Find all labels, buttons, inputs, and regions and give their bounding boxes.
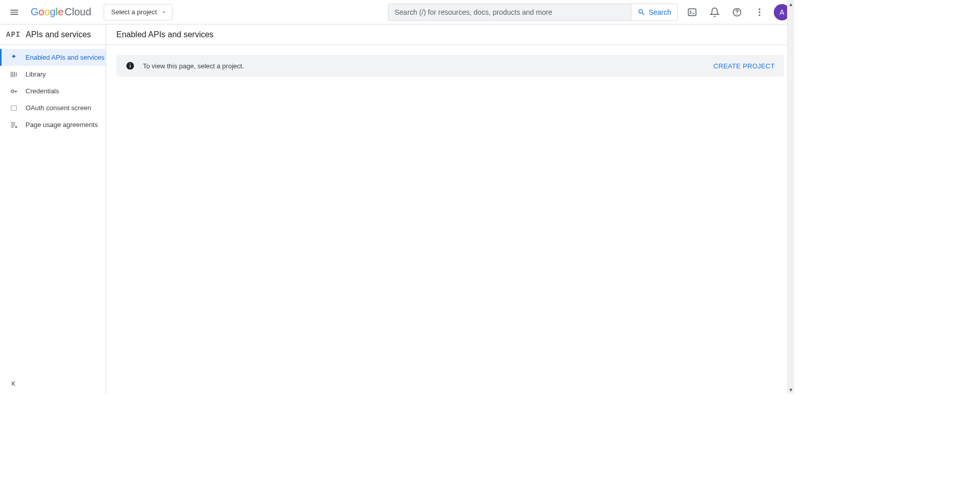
scrollbar[interactable]: ▲ ▼ (787, 0, 794, 394)
google-cloud-logo[interactable]: Google Cloud (29, 6, 93, 18)
avatar-letter: A (779, 8, 784, 16)
sidebar-nav: Enabled APIs and services Library Creden… (0, 45, 106, 133)
svg-point-3 (758, 11, 760, 13)
sidebar-item-label: Credentials (26, 87, 59, 95)
chevron-left-icon (10, 379, 18, 388)
svg-point-4 (758, 14, 760, 16)
create-project-button[interactable]: CREATE PROJECT (714, 62, 775, 70)
svg-rect-0 (689, 9, 696, 15)
sidebar-item-oauth[interactable]: OAuth consent screen (0, 99, 106, 116)
info-icon (126, 61, 135, 70)
sidebar-item-library[interactable]: Library (0, 66, 106, 83)
cloud-shell-icon (687, 7, 697, 17)
search-button-label: Search (649, 8, 671, 16)
hamburger-icon (9, 7, 19, 17)
search-input[interactable] (388, 4, 631, 20)
sidebar-item-agreements[interactable]: Page usage agreements (0, 116, 106, 133)
section-header-side: API APIs and services (0, 24, 106, 44)
nav-menu-button[interactable] (4, 2, 24, 22)
svg-rect-10 (130, 64, 131, 65)
sidebar-item-label: Page usage agreements (26, 121, 98, 129)
sidebar-item-enabled-apis[interactable]: Enabled APIs and services (0, 49, 106, 66)
scroll-up-arrow[interactable]: ▲ (788, 0, 794, 8)
main-content: To view this page, select a project. CRE… (106, 45, 794, 394)
help-button[interactable] (727, 2, 747, 22)
svg-point-7 (15, 126, 17, 128)
page-title-wrap: Enabled APIs and services (106, 24, 794, 44)
banner-message: To view this page, select a project. (143, 62, 244, 70)
svg-rect-9 (130, 65, 131, 68)
search-button[interactable]: Search (631, 4, 677, 20)
chevron-down-icon (161, 9, 167, 15)
collapse-sidebar-button[interactable] (7, 376, 21, 391)
agreements-icon (9, 120, 18, 130)
enabled-apis-icon (9, 53, 18, 62)
section-header: API APIs and services Enabled APIs and s… (0, 24, 794, 45)
scroll-down-arrow[interactable]: ▼ (788, 386, 794, 394)
section-title: APIs and services (26, 30, 91, 39)
svg-point-5 (11, 90, 14, 92)
help-icon (732, 7, 742, 17)
top-bar: Google Cloud Select a project Search A (0, 0, 794, 24)
more-button[interactable] (749, 2, 770, 22)
notifications-button[interactable] (704, 2, 725, 22)
project-picker[interactable]: Select a project (104, 4, 173, 20)
search-box: Search (388, 4, 678, 21)
sidebar-item-label: Library (26, 70, 46, 78)
more-vert-icon (754, 7, 765, 17)
bell-icon (709, 7, 720, 17)
search-icon (638, 8, 646, 16)
credentials-icon (9, 87, 18, 96)
cloud-shell-button[interactable] (682, 2, 702, 22)
svg-rect-6 (11, 106, 17, 110)
sidebar-item-credentials[interactable]: Credentials (0, 83, 106, 99)
sidebar-item-label: OAuth consent screen (26, 104, 91, 112)
svg-point-2 (758, 8, 760, 10)
api-glyph-icon: API (6, 31, 20, 39)
body: Enabled APIs and services Library Creden… (0, 45, 794, 394)
logo-cloud-text: Cloud (65, 6, 91, 18)
page-title: Enabled APIs and services (116, 30, 213, 39)
oauth-icon (9, 104, 18, 113)
project-picker-label: Select a project (111, 8, 157, 16)
sidebar-item-label: Enabled APIs and services (26, 54, 105, 61)
select-project-banner: To view this page, select a project. CRE… (116, 55, 784, 77)
header-right-icons: A (682, 2, 790, 22)
library-icon (9, 70, 18, 79)
sidebar: Enabled APIs and services Library Creden… (0, 45, 106, 394)
